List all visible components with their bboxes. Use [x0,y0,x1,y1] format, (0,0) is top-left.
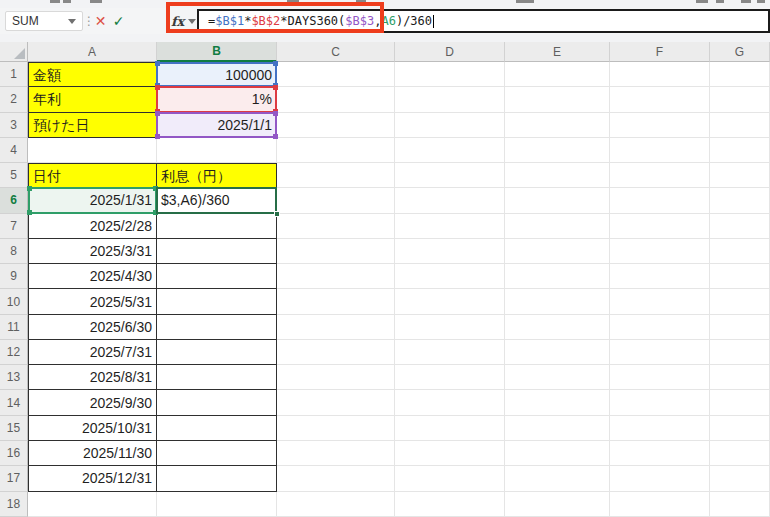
cell-G9[interactable] [710,264,770,289]
cell-F1[interactable] [610,62,710,87]
cell-D8[interactable] [395,239,505,264]
row-header-2[interactable]: 2 [0,87,28,112]
cell-C2[interactable] [277,87,395,112]
cell-D17[interactable] [395,466,505,491]
cell-A2[interactable]: 年利 [28,87,157,112]
cell-G18[interactable] [710,492,770,517]
cell-E2[interactable] [505,87,610,112]
cell-B9[interactable] [157,264,277,289]
cell-B14[interactable] [157,390,277,415]
cell-A4[interactable] [28,138,157,163]
cell-E14[interactable] [505,390,610,415]
row-header-15[interactable]: 15 [0,416,28,441]
cell-B2[interactable]: 1% [157,87,277,112]
cell-E4[interactable] [505,138,610,163]
row-header-11[interactable]: 11 [0,315,28,340]
column-header-G[interactable]: G [710,42,770,62]
cell-E5[interactable] [505,163,610,188]
cell-A11[interactable]: 2025/6/30 [28,315,157,340]
cell-B13[interactable] [157,365,277,390]
column-header-C[interactable]: C [277,42,395,62]
cell-F16[interactable] [610,441,710,466]
cell-A6[interactable]: 2025/1/31 [28,188,157,213]
cell-C15[interactable] [277,416,395,441]
row-header-17[interactable]: 17 [0,466,28,491]
cell-D5[interactable] [395,163,505,188]
cell-C14[interactable] [277,390,395,415]
row-header-3[interactable]: 3 [0,113,28,138]
cell-G3[interactable] [710,113,770,138]
row-header-14[interactable]: 14 [0,390,28,415]
cell-E13[interactable] [505,365,610,390]
cell-E10[interactable] [505,289,610,314]
row-header-8[interactable]: 8 [0,239,28,264]
cell-E9[interactable] [505,264,610,289]
row-header-16[interactable]: 16 [0,441,28,466]
cell-A17[interactable]: 2025/12/31 [28,466,157,491]
row-header-5[interactable]: 5 [0,163,28,188]
cell-G7[interactable] [710,214,770,239]
cell-F11[interactable] [610,315,710,340]
cell-C7[interactable] [277,214,395,239]
cell-C1[interactable] [277,62,395,87]
cell-D15[interactable] [395,416,505,441]
cell-E12[interactable] [505,340,610,365]
cell-B7[interactable] [157,214,277,239]
insert-function-button[interactable]: fx [171,11,196,31]
cell-A3[interactable]: 預けた日 [28,113,157,138]
cell-A8[interactable]: 2025/3/31 [28,239,157,264]
cell-D16[interactable] [395,441,505,466]
row-header-4[interactable]: 4 [0,138,28,163]
cell-G13[interactable] [710,365,770,390]
cell-A15[interactable]: 2025/10/31 [28,416,157,441]
cell-B16[interactable] [157,441,277,466]
cell-A5[interactable]: 日付 [28,163,157,188]
cell-C12[interactable] [277,340,395,365]
cell-F17[interactable] [610,466,710,491]
cell-A7[interactable]: 2025/2/28 [28,214,157,239]
cell-E3[interactable] [505,113,610,138]
cell-G12[interactable] [710,340,770,365]
cell-C17[interactable] [277,466,395,491]
cell-F6[interactable] [610,188,710,213]
cell-G11[interactable] [710,315,770,340]
cell-C4[interactable] [277,138,395,163]
cell-A13[interactable]: 2025/8/31 [28,365,157,390]
cell-E11[interactable] [505,315,610,340]
cell-G10[interactable] [710,289,770,314]
cell-F2[interactable] [610,87,710,112]
cell-E7[interactable] [505,214,610,239]
cell-G16[interactable] [710,441,770,466]
cell-G1[interactable] [710,62,770,87]
cell-C5[interactable] [277,163,395,188]
cell-B10[interactable] [157,289,277,314]
cell-B4[interactable] [157,138,277,163]
cell-F13[interactable] [610,365,710,390]
cell-C10[interactable] [277,289,395,314]
cell-C16[interactable] [277,441,395,466]
cell-F9[interactable] [610,264,710,289]
cell-C6[interactable] [277,188,395,213]
cell-D11[interactable] [395,315,505,340]
cell-D4[interactable] [395,138,505,163]
cell-G4[interactable] [710,138,770,163]
cell-C18[interactable] [277,492,395,517]
cancel-button[interactable]: ✕ [92,11,109,31]
cell-G2[interactable] [710,87,770,112]
column-header-F[interactable]: F [610,42,710,62]
row-header-13[interactable]: 13 [0,365,28,390]
cell-D2[interactable] [395,87,505,112]
cell-B8[interactable] [157,239,277,264]
cell-A1[interactable]: 金額 [28,62,157,87]
formula-input[interactable]: =$B$1*$B$2*DAYS360($B$3,A6)/360 [197,9,770,33]
cell-E1[interactable] [505,62,610,87]
row-header-12[interactable]: 12 [0,340,28,365]
cell-E15[interactable] [505,416,610,441]
cell-C9[interactable] [277,264,395,289]
fill-handle[interactable] [274,211,280,217]
cell-B11[interactable] [157,315,277,340]
cell-B6[interactable]: $3,A6)/360 [157,188,277,213]
cell-D10[interactable] [395,289,505,314]
cell-F3[interactable] [610,113,710,138]
cell-C3[interactable] [277,113,395,138]
